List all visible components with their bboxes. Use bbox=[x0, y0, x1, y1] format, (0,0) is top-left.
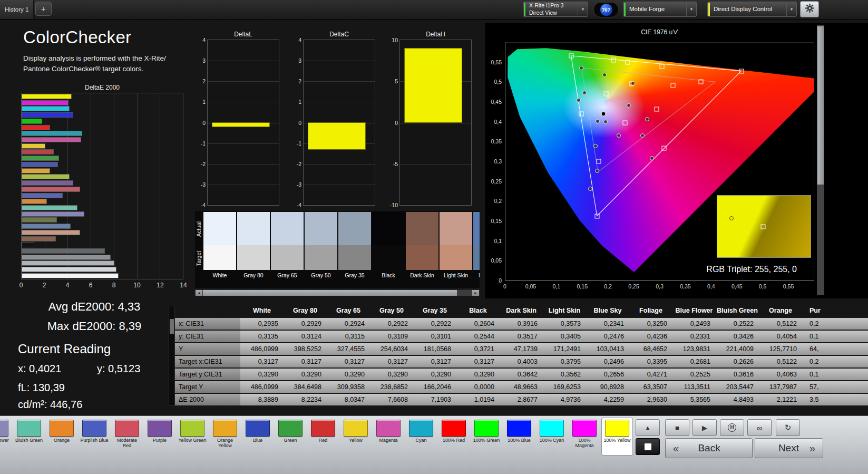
settings-button[interactable] bbox=[800, 1, 819, 17]
pattern-window-icon bbox=[645, 443, 651, 450]
patch-swatch bbox=[474, 420, 499, 437]
gridline bbox=[400, 123, 471, 123]
patch-button[interactable]: 100% Red bbox=[438, 418, 469, 455]
patch-button[interactable]: 100% Yellow bbox=[602, 418, 632, 455]
source-dropdown[interactable]: Mobile Forge ▼ bbox=[623, 2, 697, 17]
tab-history-1[interactable]: History 1 bbox=[0, 0, 34, 19]
axis-tick-label: 0,1 bbox=[553, 283, 561, 289]
patch-button[interactable]: 100% Green bbox=[471, 418, 502, 455]
pattern-window-button[interactable] bbox=[636, 438, 660, 455]
axis-tick-label: 0,05 bbox=[525, 283, 536, 289]
table-cell: 0,3562 bbox=[543, 369, 586, 380]
patch-swatch bbox=[572, 420, 597, 437]
cie-panel-scrollbar[interactable] bbox=[817, 25, 824, 295]
table-cell: 384,6498 bbox=[284, 381, 327, 393]
patch-swatch bbox=[278, 420, 303, 437]
patch-button[interactable]: Purplish Blue bbox=[79, 418, 110, 455]
axis-tick-label: 0 bbox=[484, 277, 502, 284]
axis-tick-label: 4 bbox=[66, 282, 70, 289]
axis-tick-label: 4 bbox=[291, 37, 301, 43]
swatch-target bbox=[338, 245, 371, 270]
table-cell: 1,0194 bbox=[456, 394, 500, 405]
refresh-button[interactable]: ↻ bbox=[776, 419, 800, 436]
table-cell: 0,3135 bbox=[240, 331, 284, 342]
patch-button[interactable]: Blue bbox=[242, 418, 273, 455]
target-gamut-triangle bbox=[571, 56, 742, 216]
deltae-bar bbox=[22, 237, 55, 241]
scroll-right-icon[interactable]: ► bbox=[472, 290, 479, 296]
table-header-cell: Pur bbox=[802, 305, 868, 317]
patch-button[interactable]: Cyan bbox=[406, 418, 436, 455]
axis-tick-label: -5 bbox=[388, 161, 398, 167]
patch-label: Red bbox=[308, 438, 338, 443]
table-cell: 3,5 bbox=[802, 394, 868, 405]
axis-tick-label: 0,55 bbox=[484, 59, 502, 65]
play-icon: ▶ bbox=[702, 424, 707, 432]
patch-label: Magenta bbox=[373, 438, 404, 443]
loop-icon: ∞ bbox=[757, 423, 763, 432]
target-marker bbox=[596, 159, 601, 164]
chevron-down-icon[interactable]: ▼ bbox=[578, 2, 588, 16]
deltae-bar bbox=[22, 131, 82, 136]
next-button[interactable]: Next » bbox=[755, 438, 823, 458]
swatch-actual bbox=[237, 212, 270, 245]
patch-button[interactable]: 100% Magenta bbox=[569, 418, 600, 455]
back-button[interactable]: « Back bbox=[665, 438, 753, 458]
patch-button[interactable]: Purple bbox=[144, 418, 175, 455]
swatch-strip-scrollbar[interactable]: ◄ ► bbox=[195, 289, 480, 296]
scrollbar-thumb[interactable] bbox=[203, 290, 457, 296]
table-cell: 0,2525 bbox=[672, 369, 716, 380]
patch-label: Orange Yellow bbox=[210, 438, 240, 448]
table-cell: 0,3517 bbox=[500, 331, 543, 342]
patch-button[interactable]: Blue Flower bbox=[0, 418, 12, 455]
patch-button[interactable]: 100% Blue bbox=[504, 418, 534, 455]
patch-button[interactable]: Orange bbox=[46, 418, 77, 455]
table-cell: 0,3573 bbox=[543, 318, 586, 330]
table-cell: 0,1 bbox=[802, 369, 868, 380]
patch-button[interactable]: Orange Yellow bbox=[210, 418, 240, 455]
gridline bbox=[304, 81, 375, 82]
swatch-target bbox=[305, 245, 337, 270]
table-cell: 0,3642 bbox=[500, 369, 543, 380]
target-marker bbox=[626, 60, 630, 64]
patch-button[interactable]: Yellow bbox=[340, 418, 371, 455]
patch-swatch bbox=[442, 420, 466, 437]
table-cell: 0,3127 bbox=[240, 356, 284, 367]
table-cell: 0,5122 bbox=[759, 356, 802, 367]
table-vertical-scrollbar[interactable] bbox=[169, 306, 175, 406]
table-cell: 0,2476 bbox=[586, 331, 629, 342]
table-cell: 0,3290 bbox=[456, 369, 500, 380]
scrollbar-thumb[interactable] bbox=[817, 26, 824, 185]
patch-button[interactable]: Moderate Red bbox=[112, 418, 142, 455]
loop-button[interactable]: ∞ bbox=[747, 419, 772, 436]
patch-button[interactable]: Red bbox=[308, 418, 338, 455]
deltae-bar bbox=[22, 107, 69, 111]
scroll-left-icon[interactable]: ◄ bbox=[196, 290, 202, 296]
patch-button[interactable]: Green bbox=[275, 418, 306, 455]
eject-button[interactable]: ▲ bbox=[636, 419, 660, 436]
scrollbar-thumb[interactable] bbox=[170, 319, 174, 334]
table-cell: 2,1221 bbox=[759, 394, 802, 405]
h-button[interactable]: H bbox=[720, 419, 744, 436]
table-cell: 8,3889 bbox=[240, 394, 284, 405]
display-control-dropdown[interactable]: Direct Display Control ▼ bbox=[707, 2, 797, 17]
patch-button[interactable]: Bluish Green bbox=[14, 418, 44, 455]
table-cell: 0,4236 bbox=[629, 331, 672, 342]
measured-marker bbox=[627, 103, 631, 108]
patch-swatch bbox=[115, 420, 139, 437]
gridline bbox=[304, 164, 375, 165]
chevron-down-icon[interactable]: ▼ bbox=[686, 2, 696, 16]
chevron-down-icon[interactable]: ▼ bbox=[786, 2, 796, 16]
swatch-actual bbox=[406, 212, 438, 245]
patch-button[interactable]: Magenta bbox=[373, 418, 404, 455]
add-tab-button[interactable]: + bbox=[35, 2, 52, 16]
patch-button[interactable]: 100% Cyan bbox=[537, 418, 567, 455]
stop-button[interactable]: ■ bbox=[665, 419, 689, 436]
table-cell: 0,3290 bbox=[413, 369, 456, 380]
swatch-patches: WhiteGray 80Gray 65Gray 50Gray 35BlackDa… bbox=[203, 212, 480, 278]
meter-dropdown[interactable]: X-Rite i1Pro 3 Direct View ▼ bbox=[523, 2, 588, 17]
patch-button[interactable]: Yellow Green bbox=[177, 418, 208, 455]
swatch-patch: Dark Skin bbox=[406, 212, 438, 278]
play-button[interactable]: ▶ bbox=[693, 419, 717, 436]
table-cell: 221,4009 bbox=[716, 343, 759, 355]
